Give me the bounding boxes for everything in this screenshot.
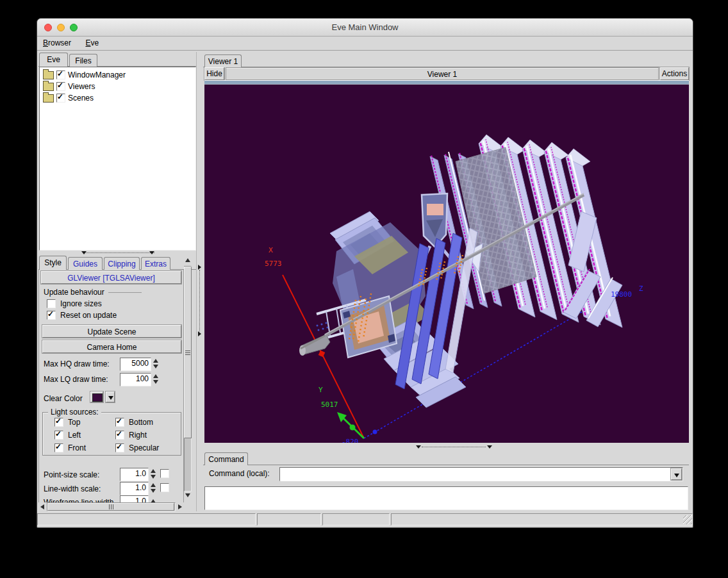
gl-viewport[interactable]: X 5773 Y 5017 Z 19800 -820 bbox=[204, 85, 689, 443]
max-lq-label: Max LQ draw time: bbox=[44, 375, 108, 384]
command-dropdown-button[interactable] bbox=[671, 468, 682, 480]
resize-grip[interactable] bbox=[683, 515, 692, 524]
line-width-spinbox[interactable]: 1.0 bbox=[120, 482, 169, 495]
tab-files[interactable]: Files bbox=[69, 54, 97, 67]
z-axis-min-value: -820 bbox=[342, 438, 359, 443]
tree-checkbox[interactable] bbox=[56, 82, 65, 91]
actions-button[interactable]: Actions bbox=[660, 67, 689, 80]
tab-style[interactable]: Style bbox=[39, 256, 67, 270]
light-sources-legend: Light sources: bbox=[48, 408, 101, 417]
tree-checkbox[interactable] bbox=[56, 70, 65, 79]
clear-color-swatch[interactable] bbox=[90, 392, 103, 402]
tree-item-label: WindowManager bbox=[68, 70, 126, 79]
tab-viewer1[interactable]: Viewer 1 bbox=[204, 54, 242, 67]
tree-row[interactable]: Viewers bbox=[40, 81, 195, 92]
style-editor-panel: GLViewer [TGLSAViewer] Update behaviour … bbox=[38, 270, 184, 502]
light-top-checkbox[interactable] bbox=[54, 418, 63, 427]
left-panel-splitter[interactable] bbox=[39, 251, 196, 256]
reset-on-update-checkbox[interactable] bbox=[47, 311, 56, 320]
ignore-sizes-checkbox[interactable] bbox=[47, 299, 56, 308]
viewer-command-splitter[interactable] bbox=[204, 443, 689, 452]
tab-guides[interactable]: Guides bbox=[68, 257, 103, 270]
wireframe-spinbox[interactable]: 1.0 bbox=[120, 495, 157, 502]
command-output[interactable] bbox=[204, 486, 688, 510]
wireframe-label: Wireframe line-width bbox=[44, 498, 113, 502]
wireframe-value[interactable]: 1.0 bbox=[120, 495, 149, 502]
light-bottom-checkbox[interactable] bbox=[115, 418, 124, 427]
tree-checkbox[interactable] bbox=[56, 94, 65, 103]
eve-tree-panel: WindowManager Viewers Scenes bbox=[39, 67, 196, 251]
hscroll-thumb[interactable] bbox=[47, 503, 174, 511]
tree-item-label: Scenes bbox=[68, 94, 94, 103]
eve-main-window: Eve Main Window Browser Eve Eve Files Wi… bbox=[37, 18, 693, 528]
command-input[interactable] bbox=[281, 468, 672, 481]
editor-vscrollbar[interactable] bbox=[183, 256, 192, 499]
editor-hscrollbar[interactable] bbox=[39, 502, 183, 511]
light-front-checkbox[interactable] bbox=[54, 443, 63, 452]
main-vertical-splitter[interactable] bbox=[196, 52, 203, 511]
hide-button[interactable]: Hide bbox=[204, 67, 224, 80]
vscroll-thumb[interactable] bbox=[184, 267, 192, 438]
glviewer-class-button[interactable]: GLViewer [TGLSAViewer] bbox=[41, 271, 181, 284]
spin-arrows[interactable] bbox=[149, 482, 157, 493]
scroll-up-icon[interactable] bbox=[185, 258, 190, 262]
tree-row[interactable]: Scenes bbox=[40, 92, 195, 104]
scroll-down-icon[interactable] bbox=[185, 493, 190, 497]
z-axis-label: Z bbox=[639, 285, 643, 293]
light-left-checkbox[interactable] bbox=[54, 431, 63, 440]
folder-icon bbox=[43, 94, 54, 103]
menubar: Browser Eve bbox=[37, 37, 693, 51]
clear-color-label: Clear Color bbox=[44, 394, 83, 403]
menu-eve[interactable]: Eve bbox=[79, 37, 104, 53]
max-hq-value[interactable]: 5000 bbox=[120, 358, 151, 371]
tab-clipping[interactable]: Clipping bbox=[104, 257, 140, 270]
tab-eve[interactable]: Eve bbox=[39, 53, 68, 67]
folder-icon bbox=[43, 71, 54, 79]
command-combobox[interactable] bbox=[279, 467, 683, 481]
line-width-checkbox[interactable] bbox=[160, 483, 169, 492]
reset-on-update-option[interactable]: Reset on update bbox=[47, 311, 117, 320]
max-hq-label: Max HQ draw time: bbox=[44, 359, 110, 368]
max-lq-value[interactable]: 100 bbox=[120, 373, 151, 386]
update-scene-button[interactable]: Update Scene bbox=[42, 325, 181, 338]
max-hq-spinbox[interactable]: 5000 bbox=[120, 358, 160, 371]
clear-color-dropdown[interactable] bbox=[106, 392, 115, 402]
light-front-option[interactable]: Front bbox=[54, 443, 86, 452]
scroll-right-icon[interactable] bbox=[178, 504, 182, 509]
max-lq-spinbox[interactable]: 100 bbox=[120, 373, 160, 386]
tab-command[interactable]: Command bbox=[204, 452, 248, 465]
status-section bbox=[37, 513, 256, 525]
light-right-checkbox[interactable] bbox=[115, 431, 124, 440]
light-specular-checkbox[interactable] bbox=[115, 443, 124, 452]
light-right-option[interactable]: Right bbox=[115, 431, 147, 440]
splitter-chevron-icon bbox=[198, 331, 201, 336]
light-bottom-option[interactable]: Bottom bbox=[115, 418, 153, 427]
camera-home-button[interactable]: Camera Home bbox=[42, 340, 181, 353]
z-axis-value: 19800 bbox=[611, 290, 632, 299]
spin-arrows[interactable] bbox=[149, 495, 157, 502]
scroll-left-icon[interactable] bbox=[40, 504, 44, 509]
light-top-option[interactable]: Top bbox=[54, 418, 80, 427]
light-specular-option[interactable]: Specular bbox=[115, 443, 159, 452]
detector-3d-render[interactable]: X 5773 Y 5017 Z 19800 -820 bbox=[204, 85, 689, 443]
spin-arrows[interactable] bbox=[151, 358, 160, 369]
spin-arrows[interactable] bbox=[151, 373, 160, 384]
light-left-option[interactable]: Left bbox=[54, 431, 81, 440]
desktop: Eve Main Window Browser Eve Eve Files Wi… bbox=[0, 0, 728, 578]
point-size-spinbox[interactable]: 1.0 bbox=[120, 468, 169, 481]
splitter-chevron-icon bbox=[81, 251, 87, 254]
tree-item-label: Viewers bbox=[68, 82, 95, 91]
tab-extras[interactable]: Extras bbox=[141, 257, 170, 270]
point-size-value[interactable]: 1.0 bbox=[120, 468, 149, 481]
line-width-value[interactable]: 1.0 bbox=[120, 482, 149, 495]
menu-browser[interactable]: Browser bbox=[37, 37, 77, 53]
titlebar[interactable]: Eve Main Window bbox=[37, 19, 693, 37]
tree-row[interactable]: WindowManager bbox=[40, 69, 195, 81]
splitter-chevron-icon bbox=[149, 251, 154, 254]
ignore-sizes-option[interactable]: Ignore sizes bbox=[47, 299, 102, 308]
viewer-titlebar[interactable]: Viewer 1 bbox=[226, 67, 659, 80]
light-sources-group: Light sources: Top Bottom Left Right Fro… bbox=[42, 412, 181, 456]
status-bar bbox=[37, 513, 693, 525]
spin-arrows[interactable] bbox=[149, 468, 157, 479]
point-size-checkbox[interactable] bbox=[160, 469, 169, 478]
